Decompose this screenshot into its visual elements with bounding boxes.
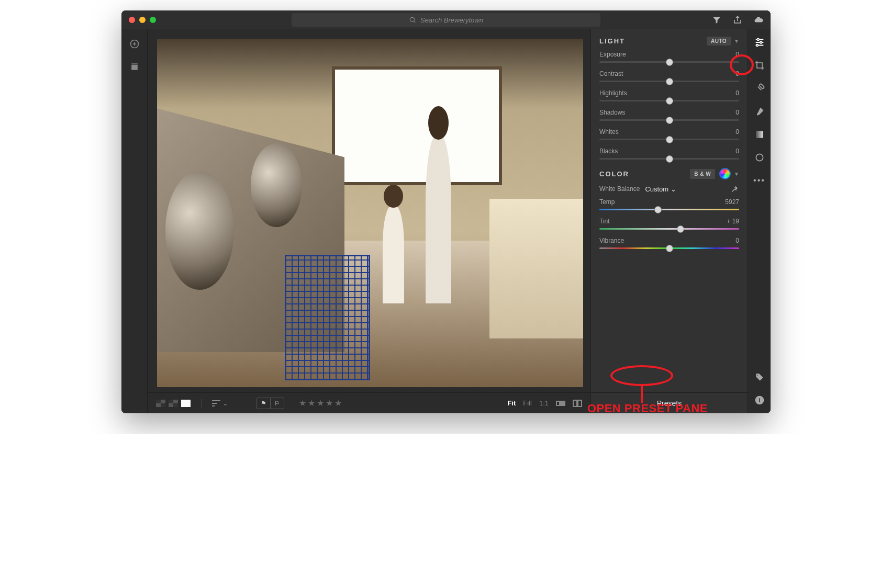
white-balance-select[interactable]: Custom⌄ <box>645 185 676 193</box>
zoom-1to1-button[interactable]: 1:1 <box>539 399 549 407</box>
zoom-fit-button[interactable]: Fit <box>507 399 516 407</box>
slider-track[interactable] <box>599 158 739 160</box>
auto-button[interactable]: AUTO <box>707 37 731 46</box>
slider-contrast[interactable]: Contrast0 <box>599 70 739 82</box>
light-section-header[interactable]: LIGHT AUTO ▼ <box>599 37 739 46</box>
fullscreen-window-button[interactable] <box>150 17 156 23</box>
slider-knob[interactable] <box>666 245 673 252</box>
slider-value: 0 <box>735 89 739 97</box>
slider-label: Blacks <box>599 148 618 155</box>
slider-label: Tint <box>599 218 610 225</box>
photo-canvas[interactable] <box>157 39 583 387</box>
edit-sliders-icon[interactable] <box>754 37 765 48</box>
bw-button[interactable]: B & W <box>690 169 715 179</box>
tool-strip: ••• i <box>748 29 771 413</box>
presets-button[interactable]: Presets <box>591 392 748 413</box>
slider-vibrance[interactable]: Vibrance0 <box>599 237 739 249</box>
slider-knob[interactable] <box>666 117 673 124</box>
slider-value: 0 <box>735 70 739 77</box>
minimize-window-button[interactable] <box>139 17 146 23</box>
slider-track[interactable] <box>599 247 739 249</box>
slider-highlights[interactable]: Highlights0 <box>599 89 739 101</box>
rating-filter[interactable]: ★ ★ ★ ★ ★ <box>299 398 342 408</box>
svg-point-16 <box>756 44 758 47</box>
more-icon[interactable]: ••• <box>754 175 765 186</box>
slider-label: Contrast <box>599 70 623 77</box>
radial-gradient-icon[interactable] <box>754 152 765 163</box>
filter-icon[interactable] <box>712 15 721 25</box>
chevron-down-icon: ⌄ <box>671 185 676 193</box>
color-mixer-icon[interactable] <box>719 168 731 179</box>
slider-knob[interactable] <box>666 136 673 143</box>
star-icon[interactable]: ★ <box>308 398 315 408</box>
svg-line-1 <box>414 21 416 23</box>
slider-track[interactable] <box>599 228 739 230</box>
grid-view-button[interactable] <box>156 400 165 407</box>
info-icon[interactable]: i <box>754 394 765 406</box>
slider-blacks[interactable]: Blacks0 <box>599 148 739 160</box>
sort-icon <box>212 400 220 406</box>
my-photos-icon[interactable] <box>129 62 140 72</box>
flag-filter[interactable]: ⚑ ⚐ <box>257 398 284 409</box>
filmstrip-toggle-icon[interactable] <box>556 400 565 407</box>
divider <box>201 399 202 408</box>
slider-knob[interactable] <box>677 225 684 233</box>
star-icon[interactable]: ★ <box>326 398 333 408</box>
zoom-fill-button[interactable]: Fill <box>523 399 532 407</box>
tag-icon[interactable] <box>754 371 765 383</box>
slider-track[interactable] <box>599 139 739 140</box>
slider-temp[interactable]: Temp5927 <box>599 198 739 210</box>
healing-brush-icon[interactable] <box>754 83 765 94</box>
color-section-header[interactable]: COLOR B & W ▼ <box>599 168 739 179</box>
crop-icon[interactable] <box>754 60 765 71</box>
slider-knob[interactable] <box>666 97 673 105</box>
flag-pick-icon[interactable]: ⚑ <box>257 398 270 409</box>
white-balance-label: White Balance <box>599 185 640 193</box>
compare-toggle-icon[interactable] <box>573 400 582 407</box>
window-controls <box>129 17 156 23</box>
slider-track[interactable] <box>599 100 739 101</box>
slider-track[interactable] <box>599 209 739 210</box>
chevron-down-icon[interactable]: ▼ <box>734 171 739 177</box>
slider-value: 5927 <box>725 198 739 206</box>
star-icon[interactable]: ★ <box>334 398 342 408</box>
slider-shadows[interactable]: Shadows0 <box>599 109 739 121</box>
linear-gradient-icon[interactable] <box>754 129 765 140</box>
eyedropper-icon[interactable] <box>731 185 739 193</box>
slider-knob[interactable] <box>666 155 673 163</box>
chevron-down-icon[interactable]: ▼ <box>734 38 739 44</box>
add-photos-icon[interactable] <box>129 39 140 49</box>
brush-icon[interactable] <box>754 106 765 117</box>
slider-knob[interactable] <box>666 78 673 85</box>
sort-menu[interactable]: ⌄ <box>212 399 228 407</box>
slider-label: Highlights <box>599 89 627 97</box>
slider-track[interactable] <box>599 119 739 121</box>
cloud-sync-icon[interactable] <box>754 15 763 25</box>
edit-panel: LIGHT AUTO ▼ Exposure0Contrast0Highlight… <box>590 29 748 413</box>
search-input[interactable]: Search Brewerytown <box>292 13 600 27</box>
square-grid-button[interactable] <box>169 400 178 407</box>
svg-point-12 <box>757 39 759 41</box>
svg-rect-5 <box>131 65 138 70</box>
search-icon <box>409 16 416 24</box>
slider-knob[interactable] <box>666 59 673 66</box>
slider-label: Shadows <box>599 109 625 116</box>
color-title: COLOR <box>599 170 629 178</box>
flag-reject-icon[interactable]: ⚐ <box>270 398 284 409</box>
share-icon[interactable] <box>733 15 742 25</box>
star-icon[interactable]: ★ <box>317 398 324 408</box>
slider-track[interactable] <box>599 61 739 63</box>
slider-whites[interactable]: Whites0 <box>599 128 739 140</box>
slider-knob[interactable] <box>654 206 662 213</box>
slider-tint[interactable]: Tint+ 19 <box>599 218 739 230</box>
svg-rect-19 <box>756 131 763 138</box>
star-icon[interactable]: ★ <box>299 398 306 408</box>
slider-track[interactable] <box>599 81 739 82</box>
single-view-button[interactable] <box>181 400 191 407</box>
close-window-button[interactable] <box>129 17 135 23</box>
slider-label: Temp <box>599 198 615 206</box>
chevron-down-icon: ⌄ <box>222 399 228 407</box>
slider-label: Whites <box>599 128 619 135</box>
svg-point-20 <box>756 154 763 161</box>
slider-exposure[interactable]: Exposure0 <box>599 51 739 63</box>
